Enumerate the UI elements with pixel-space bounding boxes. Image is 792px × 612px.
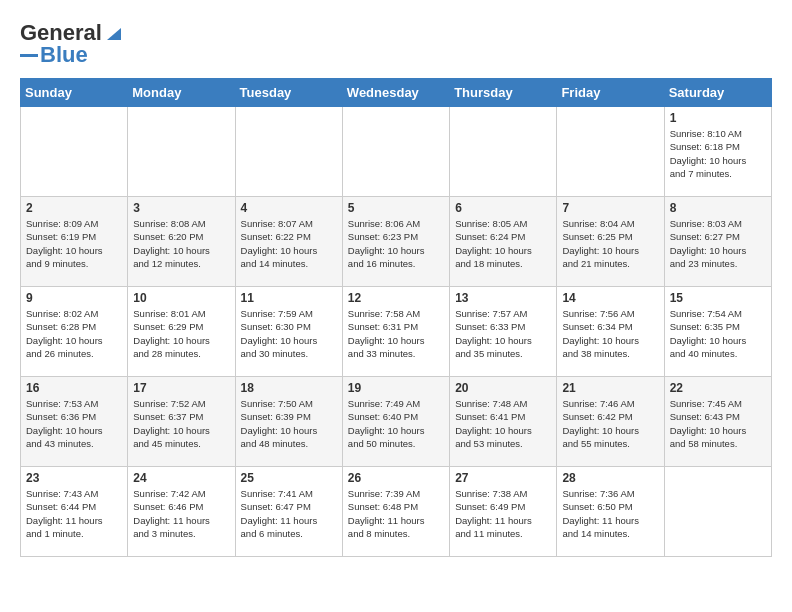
- calendar-cell: [342, 107, 449, 197]
- logo: General Blue: [20, 20, 125, 68]
- day-number: 6: [455, 201, 551, 215]
- col-header-friday: Friday: [557, 79, 664, 107]
- day-number: 17: [133, 381, 229, 395]
- cell-info: Sunrise: 8:05 AM Sunset: 6:24 PM Dayligh…: [455, 217, 551, 270]
- cell-info: Sunrise: 8:04 AM Sunset: 6:25 PM Dayligh…: [562, 217, 658, 270]
- calendar-cell: 19Sunrise: 7:49 AM Sunset: 6:40 PM Dayli…: [342, 377, 449, 467]
- week-row-2: 2Sunrise: 8:09 AM Sunset: 6:19 PM Daylig…: [21, 197, 772, 287]
- calendar-cell: 21Sunrise: 7:46 AM Sunset: 6:42 PM Dayli…: [557, 377, 664, 467]
- day-number: 27: [455, 471, 551, 485]
- calendar-cell: 18Sunrise: 7:50 AM Sunset: 6:39 PM Dayli…: [235, 377, 342, 467]
- cell-info: Sunrise: 7:53 AM Sunset: 6:36 PM Dayligh…: [26, 397, 122, 450]
- logo-blue: Blue: [40, 42, 88, 68]
- svg-marker-0: [107, 28, 121, 40]
- day-number: 14: [562, 291, 658, 305]
- day-number: 8: [670, 201, 766, 215]
- day-number: 16: [26, 381, 122, 395]
- calendar-cell: 28Sunrise: 7:36 AM Sunset: 6:50 PM Dayli…: [557, 467, 664, 557]
- cell-info: Sunrise: 8:03 AM Sunset: 6:27 PM Dayligh…: [670, 217, 766, 270]
- day-number: 3: [133, 201, 229, 215]
- calendar-cell: 8Sunrise: 8:03 AM Sunset: 6:27 PM Daylig…: [664, 197, 771, 287]
- day-number: 12: [348, 291, 444, 305]
- cell-info: Sunrise: 8:09 AM Sunset: 6:19 PM Dayligh…: [26, 217, 122, 270]
- col-header-wednesday: Wednesday: [342, 79, 449, 107]
- calendar-cell: 6Sunrise: 8:05 AM Sunset: 6:24 PM Daylig…: [450, 197, 557, 287]
- calendar-cell: 2Sunrise: 8:09 AM Sunset: 6:19 PM Daylig…: [21, 197, 128, 287]
- calendar-cell: 10Sunrise: 8:01 AM Sunset: 6:29 PM Dayli…: [128, 287, 235, 377]
- week-row-1: 1Sunrise: 8:10 AM Sunset: 6:18 PM Daylig…: [21, 107, 772, 197]
- calendar-cell: 20Sunrise: 7:48 AM Sunset: 6:41 PM Dayli…: [450, 377, 557, 467]
- week-row-5: 23Sunrise: 7:43 AM Sunset: 6:44 PM Dayli…: [21, 467, 772, 557]
- cell-info: Sunrise: 7:41 AM Sunset: 6:47 PM Dayligh…: [241, 487, 337, 540]
- day-number: 18: [241, 381, 337, 395]
- calendar-cell: 7Sunrise: 8:04 AM Sunset: 6:25 PM Daylig…: [557, 197, 664, 287]
- cell-info: Sunrise: 8:02 AM Sunset: 6:28 PM Dayligh…: [26, 307, 122, 360]
- day-number: 1: [670, 111, 766, 125]
- day-number: 4: [241, 201, 337, 215]
- logo-line-left: [20, 54, 38, 57]
- cell-info: Sunrise: 8:01 AM Sunset: 6:29 PM Dayligh…: [133, 307, 229, 360]
- calendar-cell: 24Sunrise: 7:42 AM Sunset: 6:46 PM Dayli…: [128, 467, 235, 557]
- calendar-cell: 23Sunrise: 7:43 AM Sunset: 6:44 PM Dayli…: [21, 467, 128, 557]
- cell-info: Sunrise: 7:58 AM Sunset: 6:31 PM Dayligh…: [348, 307, 444, 360]
- calendar-cell: 15Sunrise: 7:54 AM Sunset: 6:35 PM Dayli…: [664, 287, 771, 377]
- calendar-cell: 16Sunrise: 7:53 AM Sunset: 6:36 PM Dayli…: [21, 377, 128, 467]
- calendar-cell: 25Sunrise: 7:41 AM Sunset: 6:47 PM Dayli…: [235, 467, 342, 557]
- calendar-cell: 11Sunrise: 7:59 AM Sunset: 6:30 PM Dayli…: [235, 287, 342, 377]
- calendar-cell: 13Sunrise: 7:57 AM Sunset: 6:33 PM Dayli…: [450, 287, 557, 377]
- day-number: 24: [133, 471, 229, 485]
- calendar-cell: 9Sunrise: 8:02 AM Sunset: 6:28 PM Daylig…: [21, 287, 128, 377]
- calendar-cell: 4Sunrise: 8:07 AM Sunset: 6:22 PM Daylig…: [235, 197, 342, 287]
- cell-info: Sunrise: 7:57 AM Sunset: 6:33 PM Dayligh…: [455, 307, 551, 360]
- calendar-cell: [21, 107, 128, 197]
- cell-info: Sunrise: 7:42 AM Sunset: 6:46 PM Dayligh…: [133, 487, 229, 540]
- cell-info: Sunrise: 7:36 AM Sunset: 6:50 PM Dayligh…: [562, 487, 658, 540]
- calendar-cell: 27Sunrise: 7:38 AM Sunset: 6:49 PM Dayli…: [450, 467, 557, 557]
- day-number: 13: [455, 291, 551, 305]
- cell-info: Sunrise: 7:45 AM Sunset: 6:43 PM Dayligh…: [670, 397, 766, 450]
- calendar-cell: 14Sunrise: 7:56 AM Sunset: 6:34 PM Dayli…: [557, 287, 664, 377]
- cell-info: Sunrise: 7:59 AM Sunset: 6:30 PM Dayligh…: [241, 307, 337, 360]
- day-number: 11: [241, 291, 337, 305]
- col-header-tuesday: Tuesday: [235, 79, 342, 107]
- cell-info: Sunrise: 7:48 AM Sunset: 6:41 PM Dayligh…: [455, 397, 551, 450]
- calendar-cell: 26Sunrise: 7:39 AM Sunset: 6:48 PM Dayli…: [342, 467, 449, 557]
- header-row: SundayMondayTuesdayWednesdayThursdayFrid…: [21, 79, 772, 107]
- day-number: 26: [348, 471, 444, 485]
- day-number: 19: [348, 381, 444, 395]
- day-number: 21: [562, 381, 658, 395]
- calendar-cell: [235, 107, 342, 197]
- cell-info: Sunrise: 7:46 AM Sunset: 6:42 PM Dayligh…: [562, 397, 658, 450]
- col-header-saturday: Saturday: [664, 79, 771, 107]
- calendar-cell: 5Sunrise: 8:06 AM Sunset: 6:23 PM Daylig…: [342, 197, 449, 287]
- day-number: 10: [133, 291, 229, 305]
- cell-info: Sunrise: 7:43 AM Sunset: 6:44 PM Dayligh…: [26, 487, 122, 540]
- day-number: 25: [241, 471, 337, 485]
- calendar-table: SundayMondayTuesdayWednesdayThursdayFrid…: [20, 78, 772, 557]
- calendar-cell: 3Sunrise: 8:08 AM Sunset: 6:20 PM Daylig…: [128, 197, 235, 287]
- cell-info: Sunrise: 7:50 AM Sunset: 6:39 PM Dayligh…: [241, 397, 337, 450]
- calendar-cell: 1Sunrise: 8:10 AM Sunset: 6:18 PM Daylig…: [664, 107, 771, 197]
- col-header-monday: Monday: [128, 79, 235, 107]
- week-row-4: 16Sunrise: 7:53 AM Sunset: 6:36 PM Dayli…: [21, 377, 772, 467]
- calendar-cell: 12Sunrise: 7:58 AM Sunset: 6:31 PM Dayli…: [342, 287, 449, 377]
- col-header-sunday: Sunday: [21, 79, 128, 107]
- day-number: 7: [562, 201, 658, 215]
- cell-info: Sunrise: 7:56 AM Sunset: 6:34 PM Dayligh…: [562, 307, 658, 360]
- calendar-cell: [557, 107, 664, 197]
- day-number: 28: [562, 471, 658, 485]
- calendar-cell: 17Sunrise: 7:52 AM Sunset: 6:37 PM Dayli…: [128, 377, 235, 467]
- day-number: 9: [26, 291, 122, 305]
- day-number: 22: [670, 381, 766, 395]
- day-number: 20: [455, 381, 551, 395]
- cell-info: Sunrise: 7:54 AM Sunset: 6:35 PM Dayligh…: [670, 307, 766, 360]
- cell-info: Sunrise: 8:08 AM Sunset: 6:20 PM Dayligh…: [133, 217, 229, 270]
- cell-info: Sunrise: 7:52 AM Sunset: 6:37 PM Dayligh…: [133, 397, 229, 450]
- cell-info: Sunrise: 8:10 AM Sunset: 6:18 PM Dayligh…: [670, 127, 766, 180]
- cell-info: Sunrise: 8:06 AM Sunset: 6:23 PM Dayligh…: [348, 217, 444, 270]
- day-number: 15: [670, 291, 766, 305]
- day-number: 23: [26, 471, 122, 485]
- page-header: General Blue: [20, 20, 772, 68]
- logo-icon: [103, 22, 125, 44]
- cell-info: Sunrise: 7:38 AM Sunset: 6:49 PM Dayligh…: [455, 487, 551, 540]
